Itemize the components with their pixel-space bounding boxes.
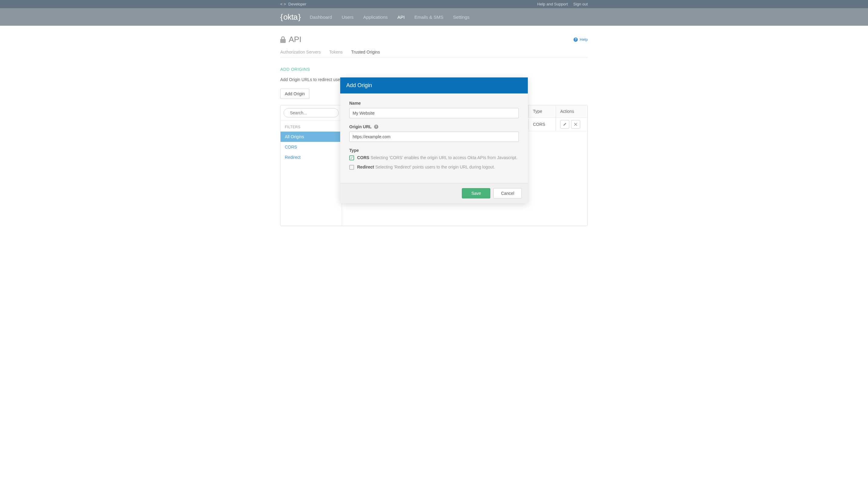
nav-users[interactable]: Users [342, 14, 353, 20]
help-tooltip-icon[interactable]: ? [374, 125, 378, 129]
tab-trusted-origins[interactable]: Trusted Origins [351, 50, 380, 58]
origin-url-label: Origin URL [349, 124, 372, 129]
type-label: Type [349, 148, 519, 153]
redirect-desc: Selecting 'Redirect' points users to the… [375, 165, 495, 169]
cors-checkbox[interactable]: ✓ [349, 156, 354, 160]
okta-logo[interactable]: okta [280, 12, 301, 22]
code-icon: < > [280, 2, 286, 6]
redirect-checkbox[interactable] [349, 165, 354, 170]
tab-tokens[interactable]: Tokens [329, 50, 343, 58]
cors-desc: Selecting 'CORS' enables the origin URL … [370, 155, 517, 160]
page-title: API [289, 35, 302, 44]
filter-cors[interactable]: CORS [281, 142, 342, 152]
pencil-icon [563, 123, 566, 126]
nav-emails[interactable]: Emails & SMS [414, 14, 443, 20]
nav-dashboard[interactable]: Dashboard [310, 14, 332, 20]
name-label: Name [349, 101, 519, 105]
lock-icon [280, 36, 286, 43]
checkmark-icon: ✓ [350, 156, 353, 160]
edit-button[interactable] [560, 120, 569, 129]
filter-redirect[interactable]: Redirect [281, 152, 342, 162]
navbar: okta Dashboard Users Applications API Em… [0, 8, 868, 26]
developer-switch[interactable]: < > Developer [280, 2, 306, 6]
cors-label: CORS [357, 155, 369, 160]
close-icon [574, 123, 578, 126]
origin-url-input[interactable] [349, 132, 519, 142]
help-icon: ? [574, 37, 578, 42]
row-type: CORS [528, 119, 556, 130]
add-origin-modal: Add Origin Name Origin URL ? Type ✓ CORS… [340, 77, 528, 203]
help-support-link[interactable]: Help and Support [537, 2, 568, 6]
page-help-link[interactable]: ? Help [574, 37, 588, 42]
topbar: < > Developer Help and Support Sign out [0, 0, 868, 8]
col-type: Type [528, 105, 556, 117]
nav-applications[interactable]: Applications [363, 14, 388, 20]
cancel-button[interactable]: Cancel [493, 188, 522, 198]
help-label: Help [580, 37, 588, 42]
search-input[interactable] [290, 110, 343, 115]
save-button[interactable]: Save [462, 188, 490, 198]
delete-button[interactable] [571, 120, 580, 129]
nav-settings[interactable]: Settings [453, 14, 469, 20]
signout-link[interactable]: Sign out [573, 2, 588, 6]
modal-title: Add Origin [340, 77, 528, 94]
developer-label: Developer [288, 2, 306, 6]
redirect-label: Redirect [357, 165, 374, 169]
filters-label: FILTERS [281, 120, 342, 132]
tab-authorization-servers[interactable]: Authorization Servers [280, 50, 321, 58]
nav-api[interactable]: API [397, 14, 405, 20]
name-input[interactable] [349, 108, 519, 118]
search-input-wrap[interactable] [284, 108, 339, 117]
section-title: ADD ORIGINS [280, 67, 588, 72]
col-actions: Actions [556, 105, 587, 117]
filter-all-origins[interactable]: All Origins [281, 132, 342, 142]
add-origin-button[interactable]: Add Origin [280, 89, 309, 99]
